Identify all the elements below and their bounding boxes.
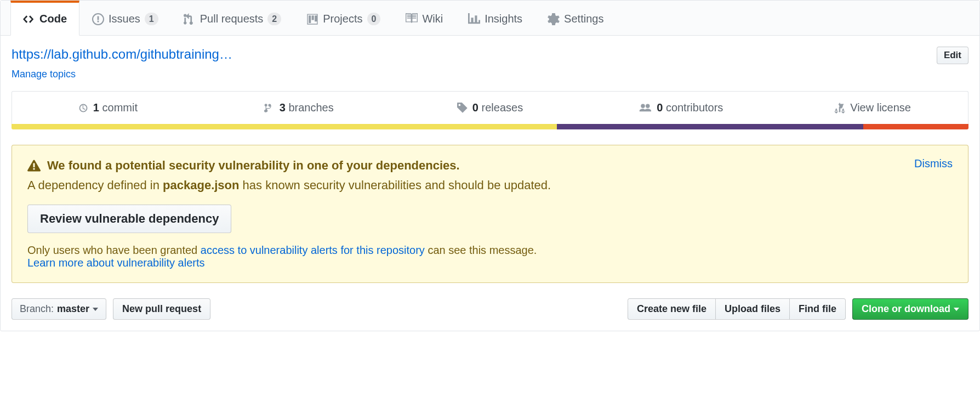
tab-label: Issues [109,13,140,25]
alert-title: We found a potential security vulnerabil… [47,158,460,173]
tab-issues[interactable]: Issues 1 [79,1,171,36]
contributors-count: 0 [657,101,663,114]
lang-segment [557,124,863,129]
edit-button[interactable]: Edit [937,47,968,64]
language-bar[interactable] [12,124,968,129]
branch-select-button[interactable]: Branch: master [12,298,106,320]
tab-label: Settings [564,13,603,25]
new-pull-request-button[interactable]: New pull request [113,298,210,320]
vulnerability-alert: Dismiss We found a potential security vu… [12,145,968,283]
tab-code[interactable]: Code [10,1,79,36]
commits-label: commit [102,101,138,114]
repo-container: Code Issues 1 Pull requests 2 Projects 0… [0,0,980,331]
law-icon [834,103,846,114]
license-label: View license [850,101,911,114]
dismiss-link[interactable]: Dismiss [914,157,953,170]
releases-label: releases [482,101,523,114]
code-icon [23,13,35,25]
people-icon [639,103,652,114]
issues-count: 1 [145,13,158,25]
lang-segment [12,124,557,129]
gear-icon [548,13,560,25]
summary-contributors[interactable]: 0 contributors [585,92,777,124]
alert-footer: Only users who have been granted access … [27,244,953,269]
create-file-button[interactable]: Create new file [628,298,716,320]
pulls-count: 2 [267,13,281,25]
tab-projects[interactable]: Projects 0 [294,1,393,36]
tab-insights[interactable]: Insights [455,1,535,36]
alert-icon [27,159,41,172]
tab-pull-requests[interactable]: Pull requests 2 [171,1,294,36]
projects-count: 0 [367,13,381,25]
project-icon [306,13,318,25]
tab-label: Code [39,13,67,25]
summary-license[interactable]: View license [777,92,968,124]
git-pull-request-icon [184,13,196,25]
summary-branches[interactable]: 3 branches [203,92,395,124]
alert-file: package.json [163,178,239,192]
tab-label: Wiki [422,13,443,25]
repo-url-link[interactable]: https://lab.github.com/githubtraining… [12,47,232,62]
git-branch-icon [264,103,275,114]
tab-label: Pull requests [200,13,264,25]
manage-topics-link[interactable]: Manage topics [12,69,76,80]
graph-icon [468,13,480,25]
repo-tabnav: Code Issues 1 Pull requests 2 Projects 0… [1,1,979,36]
review-dependency-button[interactable]: Review vulnerable dependency [27,205,231,233]
description-row: https://lab.github.com/githubtraining… E… [12,47,968,64]
history-icon [78,103,89,114]
upload-files-button[interactable]: Upload files [715,298,790,320]
caret-down-icon [93,308,98,311]
lang-segment [863,124,968,129]
repo-content: https://lab.github.com/githubtraining… E… [1,36,979,331]
issue-icon [92,13,104,25]
releases-count: 0 [472,101,478,114]
book-icon [406,13,418,25]
branch-label: Branch: [20,303,54,315]
tab-wiki[interactable]: Wiki [393,1,455,36]
contributors-label: contributors [666,101,723,114]
tab-label: Insights [485,13,522,25]
commits-count: 1 [93,101,99,114]
branches-label: branches [288,101,333,114]
tab-label: Projects [323,13,362,25]
alert-description: A dependency defined in package.json has… [27,178,953,192]
caret-down-icon [954,308,959,311]
branch-name: master [57,303,89,315]
vulnerability-access-link[interactable]: access to vulnerability alerts for this … [201,244,425,256]
tab-settings[interactable]: Settings [535,1,616,36]
find-file-button[interactable]: Find file [789,298,846,320]
file-actions-group: Create new file Upload files Find file [628,298,846,320]
summary-commits[interactable]: 1 commit [12,92,203,124]
tag-icon [457,103,468,114]
learn-more-link[interactable]: Learn more about vulnerability alerts [27,257,205,269]
repo-summary: 1 commit 3 branches 0 releases 0 contrib… [12,91,968,124]
clone-download-button[interactable]: Clone or download [852,298,968,320]
summary-releases[interactable]: 0 releases [395,92,586,124]
branches-count: 3 [280,101,286,114]
file-toolbar: Branch: master New pull request Create n… [12,298,968,320]
